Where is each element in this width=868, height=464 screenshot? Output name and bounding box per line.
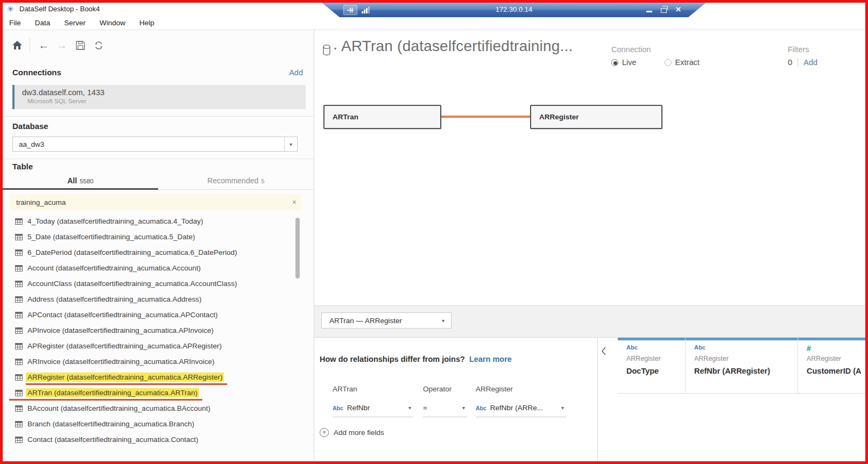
radio-extract[interactable]: Extract — [665, 58, 700, 67]
tab-all[interactable]: All 5580 — [3, 174, 158, 190]
radio-unselected-icon — [665, 59, 672, 66]
list-item[interactable]: BAccount (dataselfcertifiedtraining_acum… — [3, 401, 304, 416]
forward-arrow-icon: → — [57, 40, 67, 51]
main-area: ▾ ARTran (dataselfcertifiedtraining... C… — [314, 30, 865, 461]
data-preview-panel: AbcARRegisterDocTypeAbcARRegisterRefNbr … — [598, 338, 865, 461]
editor-operator-header: Operator — [423, 385, 451, 393]
add-more-fields-label: Add more fields — [334, 429, 384, 437]
connections-header: Connections Add — [12, 68, 303, 77]
database-header: Database — [12, 122, 303, 131]
table-icon — [15, 296, 23, 303]
preview-column-header[interactable]: AbcARRegisterRefNbr (ARRegister) — [686, 338, 798, 393]
list-item[interactable]: APRegister (dataselfcertifiedtraining_ac… — [3, 338, 304, 354]
relationship-select[interactable]: ARTran — ARRegister ▾ — [321, 312, 451, 329]
list-item[interactable]: 4_Today (dataselfcertifiedtraining_acuma… — [3, 213, 304, 229]
table-item-label: BAccount (dataselfcertifiedtraining_acum… — [27, 404, 210, 412]
list-item[interactable]: Branch (dataselfcertifiedtraining_acumat… — [3, 416, 304, 432]
right-field-select[interactable]: Abc RefNbr (ARRe... ▾ — [476, 399, 566, 417]
preview-column-header[interactable]: #ARRegisterCustomerID (A — [798, 338, 865, 393]
list-item[interactable]: AccountClass (dataselfcertifiedtraining_… — [3, 276, 304, 291]
connection-section: Connection Live Extract — [611, 45, 700, 67]
filters-section: Filters 0 Add — [788, 45, 817, 67]
connection-type: Microsoft SQL Server — [27, 98, 306, 104]
table-item-label: Address (dataselfcertifiedtraining_acuma… — [27, 295, 201, 303]
connection-label: Connection — [611, 45, 700, 54]
canvas-table-arregister-label: ARRegister — [539, 113, 579, 121]
canvas-table-artran[interactable]: ARTran — [323, 105, 441, 129]
database-selected-value: aa_dw3 — [13, 140, 284, 148]
toolbar: ← → — [3, 34, 108, 56]
collapse-preview-button[interactable] — [601, 346, 611, 357]
table-item-label: AccountClass (dataselfcertifiedtraining_… — [27, 280, 237, 288]
menu-window[interactable]: Window — [100, 19, 125, 27]
chevron-down-icon: ▾ — [284, 137, 297, 151]
annotation-underline — [26, 383, 227, 385]
menu-data[interactable]: Data — [35, 19, 51, 27]
list-item[interactable]: ARTran (dataselfcertifiedtraining_acumat… — [3, 385, 304, 401]
canvas-table-artran-label: ARTran — [333, 113, 358, 121]
string-type-icon: Abc — [333, 405, 343, 411]
scrollbar-thumb[interactable] — [295, 218, 300, 279]
preview-column-header[interactable]: AbcARRegisterDocType — [618, 338, 686, 393]
chevron-down-icon: ▾ — [334, 46, 336, 51]
connections-title: Connections — [12, 68, 61, 77]
save-icon — [76, 41, 85, 50]
table-header: Table — [12, 162, 303, 171]
canvas-table-arregister[interactable]: ARRegister — [530, 105, 662, 129]
operator-select[interactable]: = ▾ — [423, 399, 467, 417]
add-connection-link[interactable]: Add — [289, 68, 303, 77]
list-item[interactable]: APContact (dataselfcertifiedtraining_acu… — [3, 307, 304, 323]
menu-file[interactable]: File — [9, 19, 21, 27]
connection-item[interactable]: dw3.dataself.com, 1433 Microsoft SQL Ser… — [12, 85, 306, 109]
forward-button[interactable]: → — [53, 37, 71, 53]
relationship-select-value: ARTran — ARRegister — [322, 317, 442, 325]
left-field-value: RefNbr — [347, 404, 404, 412]
list-item[interactable]: Account (dataselfcertifiedtraining_acuma… — [3, 260, 304, 276]
learn-more-link[interactable]: Learn more — [469, 355, 512, 363]
field-type-icon: Abc — [694, 344, 798, 353]
list-item[interactable]: 6_DatePeriod (dataselfcertifiedtraining_… — [3, 245, 304, 260]
back-button[interactable]: ← — [34, 37, 53, 53]
datasource-icon-button[interactable]: ▾ — [322, 44, 336, 57]
rdp-connection-bar: 172.30.0.14 ✕ — [322, 3, 706, 17]
table-search-input[interactable] — [10, 198, 287, 206]
list-item[interactable]: APInvoice (dataselfcertifiedtraining_acu… — [3, 323, 304, 338]
save-button[interactable] — [71, 37, 89, 53]
rdp-restore-button[interactable] — [661, 8, 667, 13]
add-more-fields-button[interactable]: + Add more fields — [320, 428, 384, 437]
radio-live[interactable]: Live — [611, 58, 637, 67]
table-item-label: ARRegister (dataselfcertifiedtraining_ac… — [26, 373, 224, 382]
chevron-left-icon — [601, 346, 607, 356]
list-item[interactable]: ARRegister (dataselfcertifiedtraining_ac… — [3, 369, 304, 385]
rdp-minimize-button[interactable] — [646, 11, 652, 12]
operator-value: = — [423, 404, 458, 412]
table-item-label: 4_Today (dataselfcertifiedtraining_acuma… — [27, 217, 203, 225]
home-button[interactable] — [8, 37, 26, 53]
table-item-label: Branch (dataselfcertifiedtraining_acumat… — [27, 420, 194, 428]
menu-bar: File Data Server Window Help — [3, 16, 865, 30]
database-select[interactable]: aa_dw3 ▾ — [12, 137, 298, 152]
field-type-icon: Abc — [626, 344, 685, 353]
list-item[interactable]: 5_Date (dataselfcertifiedtraining_acumat… — [3, 229, 304, 245]
filters-label: Filters — [788, 45, 817, 54]
menu-help[interactable]: Help — [139, 19, 154, 27]
bottom-panel: How do relationships differ from joins?L… — [314, 338, 865, 461]
clear-search-icon[interactable]: × — [287, 198, 302, 206]
list-item[interactable]: Address (dataselfcertifiedtraining_acuma… — [3, 291, 304, 307]
table-icon — [15, 405, 23, 412]
preview-field-name: CustomerID (A — [807, 367, 865, 375]
table-icon — [15, 234, 23, 240]
rdp-close-button[interactable]: ✕ — [675, 5, 681, 14]
add-filter-link[interactable]: Add — [803, 58, 817, 67]
menu-server[interactable]: Server — [64, 19, 86, 27]
list-item[interactable]: Contact (dataselfcertifiedtraining_acuma… — [3, 432, 304, 447]
radio-selected-icon — [611, 59, 618, 66]
tab-recommended[interactable]: Recommended 5 — [158, 174, 314, 190]
filters-count: 0 — [788, 58, 792, 67]
table-item-label: Account (dataselfcertifiedtraining_acuma… — [27, 264, 201, 272]
left-field-select[interactable]: Abc RefNbr ▾ — [333, 399, 413, 417]
list-item[interactable]: ARInvoice (dataselfcertifiedtraining_acu… — [3, 354, 304, 369]
relationship-link-line[interactable] — [441, 116, 530, 118]
refresh-button[interactable] — [89, 37, 108, 53]
radio-live-label: Live — [622, 58, 637, 67]
